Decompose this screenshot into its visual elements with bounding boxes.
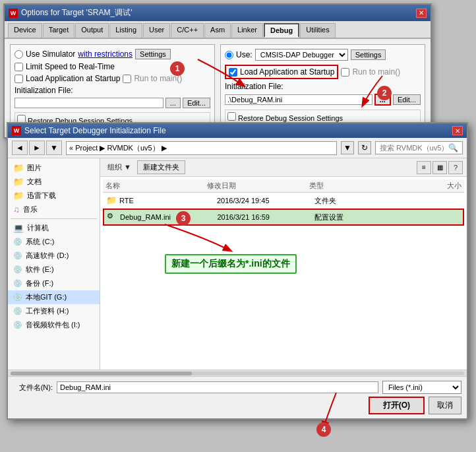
sidebar-item-downloads[interactable]: 📁 迅雷下载 bbox=[8, 189, 100, 203]
sidebar-item-drive-e[interactable]: 💿 软件 (E:) bbox=[8, 263, 100, 276]
tab-asm[interactable]: Asm bbox=[204, 23, 231, 38]
sidebar-label: 文档 bbox=[27, 177, 42, 187]
tab-listing[interactable]: Listing bbox=[109, 23, 142, 38]
drive-icon: 💿 bbox=[13, 279, 22, 288]
file-type-select[interactable]: Files (*.ini) bbox=[382, 381, 461, 394]
path-bar[interactable]: « Project ▶ RVMDK（uv5） ▶ bbox=[66, 141, 337, 155]
help-button[interactable]: ? bbox=[448, 161, 463, 174]
sidebar-item-drive-f[interactable]: 💿 备份 (F:) bbox=[8, 276, 100, 290]
view-tiles-button[interactable]: ▦ bbox=[432, 161, 447, 174]
annotation-box: 新建一个后缀名为*.ini的文件 bbox=[165, 254, 297, 274]
sidebar-item-music[interactable]: ♫ 音乐 bbox=[8, 203, 100, 216]
edit-button-left[interactable]: Edit... bbox=[183, 98, 210, 108]
tab-device[interactable]: Device bbox=[8, 23, 42, 38]
nav-forward-button[interactable]: ► bbox=[29, 141, 45, 155]
run-to-main-checkbox-right[interactable] bbox=[341, 68, 349, 77]
drive-icon: 💿 bbox=[13, 321, 22, 329]
rte-type: 文件夹 bbox=[314, 196, 412, 206]
path-dropdown[interactable]: ▼ bbox=[341, 141, 354, 154]
search-icon: 🔍 bbox=[448, 143, 458, 152]
w-logo: W bbox=[9, 9, 18, 18]
file-dialog-titlebar: W Select Target Debugger Initialization … bbox=[8, 123, 467, 138]
annotation-circle-1: 1 bbox=[170, 61, 185, 76]
file-dialog-close-button[interactable]: ✕ bbox=[452, 126, 463, 135]
restore-checkbox-right[interactable] bbox=[227, 112, 236, 121]
arrow-2 bbox=[349, 73, 402, 112]
new-folder-button[interactable]: 新建文件夹 bbox=[137, 160, 185, 174]
debug-ram-type: 配置设置 bbox=[314, 212, 411, 222]
tab-output[interactable]: Output bbox=[75, 23, 109, 38]
path-separator-1: ▶ bbox=[100, 144, 105, 152]
options-title: Options for Target 'SRAM_调试' bbox=[21, 7, 132, 18]
sidebar-label: 备份 (F:) bbox=[26, 278, 53, 288]
limit-speed-checkbox[interactable] bbox=[15, 63, 23, 71]
annotation-circle-4: 4 bbox=[316, 422, 331, 437]
load-app-checkbox-left[interactable] bbox=[15, 75, 23, 83]
sidebar-item-drive-i[interactable]: 💿 音视频软件包 (I:) bbox=[8, 318, 100, 332]
left-settings-button[interactable]: Settings bbox=[135, 49, 171, 59]
sidebar-item-pictures[interactable]: 📁 图片 bbox=[8, 161, 100, 175]
file-row-rte[interactable]: 📁 RTE 2016/3/24 19:45 文件夹 bbox=[103, 193, 464, 209]
sidebar-label: 工作资料 (H:) bbox=[26, 306, 69, 316]
restore-label-right: Restore Debug Session Settings bbox=[238, 114, 343, 122]
computer-icon: 💻 bbox=[13, 223, 24, 233]
drive-icon: 💿 bbox=[13, 307, 22, 315]
file-action-row: 打开(O) 取消 bbox=[13, 397, 461, 414]
col-name-header: 名称 bbox=[105, 181, 207, 191]
sidebar-item-drive-g[interactable]: 💿 本地GIT (G:) bbox=[8, 290, 100, 304]
drive-icon: 💿 bbox=[13, 293, 22, 302]
search-input[interactable] bbox=[380, 144, 446, 152]
options-titlebar-left: W Options for Target 'SRAM_调试' bbox=[9, 7, 132, 18]
sidebar-item-computer[interactable]: 💻 计算机 bbox=[8, 221, 100, 235]
nav-back-button[interactable]: ◄ bbox=[12, 141, 28, 155]
path-part-1: « Project bbox=[69, 144, 98, 152]
cancel-button[interactable]: 取消 bbox=[429, 397, 461, 414]
scrollbar-thumb bbox=[11, 371, 192, 375]
sidebar-label: 音乐 bbox=[23, 205, 38, 214]
use-simulator-radio[interactable] bbox=[15, 50, 23, 59]
left-panel: Use Simulator with restrictions Settings… bbox=[10, 44, 215, 132]
init-file-input-left[interactable] bbox=[15, 98, 164, 108]
use-simulator-label: Use Simulator bbox=[26, 49, 75, 59]
sidebar-item-docs[interactable]: 📁 文档 bbox=[8, 175, 100, 189]
limit-speed-label: Limit Speed to Real-Time bbox=[26, 62, 115, 71]
file-toolbar: ◄ ► ▼ « Project ▶ RVMDK（uv5） ▶ ▼ ↻ 🔍 bbox=[8, 138, 467, 158]
arrow-1 bbox=[191, 53, 257, 92]
tab-user[interactable]: User bbox=[143, 23, 170, 38]
tab-cpp[interactable]: C/C++ bbox=[171, 23, 204, 38]
right-settings-button[interactable]: Settings bbox=[351, 49, 386, 60]
sidebar-label: 计算机 bbox=[27, 223, 49, 233]
sidebar-item-drive-c[interactable]: 💿 系统 (C:) bbox=[8, 235, 100, 249]
open-button[interactable]: 打开(O) bbox=[369, 397, 425, 414]
debugger-select[interactable]: CMSIS-DAP Debugger bbox=[255, 49, 348, 61]
file-name-row: 文件名(N): Files (*.ini) bbox=[13, 381, 461, 394]
annotation-text: 新建一个后缀名为*.ini的文件 bbox=[171, 258, 290, 269]
tab-debug[interactable]: Debug bbox=[264, 23, 299, 38]
nav-down-button[interactable]: ▼ bbox=[46, 141, 62, 155]
init-file-row-left: ... Edit... bbox=[15, 98, 210, 108]
horizontal-scrollbar[interactable] bbox=[11, 371, 464, 375]
search-bar[interactable]: 🔍 bbox=[375, 141, 463, 154]
sidebar-item-drive-d[interactable]: 💿 高速软件 (D:) bbox=[8, 249, 100, 263]
browse-button-left[interactable]: ... bbox=[165, 98, 181, 108]
tab-target[interactable]: Target bbox=[43, 23, 75, 38]
sidebar-label: 迅雷下载 bbox=[27, 191, 56, 201]
path-refresh[interactable]: ↻ bbox=[358, 141, 371, 154]
sidebar-item-drive-h[interactable]: 💿 工作资料 (H:) bbox=[8, 304, 100, 318]
tab-utilities[interactable]: Utilities bbox=[300, 23, 335, 38]
tab-linker[interactable]: Linker bbox=[231, 23, 263, 38]
music-icon: ♫ bbox=[13, 205, 20, 214]
sidebar-label: 本地GIT (G:) bbox=[26, 292, 67, 302]
close-button[interactable]: ✕ bbox=[416, 9, 427, 18]
run-to-main-checkbox-left[interactable] bbox=[123, 75, 131, 83]
organize-button[interactable]: 组织 ▼ bbox=[104, 160, 134, 174]
sidebar-label: 高速软件 (D:) bbox=[26, 251, 69, 261]
scrollbar-area bbox=[8, 370, 467, 376]
with-restrictions-link[interactable]: with restrictions bbox=[78, 49, 133, 59]
options-titlebar: W Options for Target 'SRAM_调试' ✕ bbox=[5, 5, 431, 21]
view-list-button[interactable]: ≡ bbox=[417, 161, 431, 174]
col-size-header: 大小 bbox=[411, 181, 461, 191]
drive-icon: 💿 bbox=[13, 251, 22, 260]
nav-buttons: ◄ ► ▼ bbox=[12, 141, 62, 155]
load-app-row-left: Load Application at Startup Run to main(… bbox=[15, 74, 210, 83]
